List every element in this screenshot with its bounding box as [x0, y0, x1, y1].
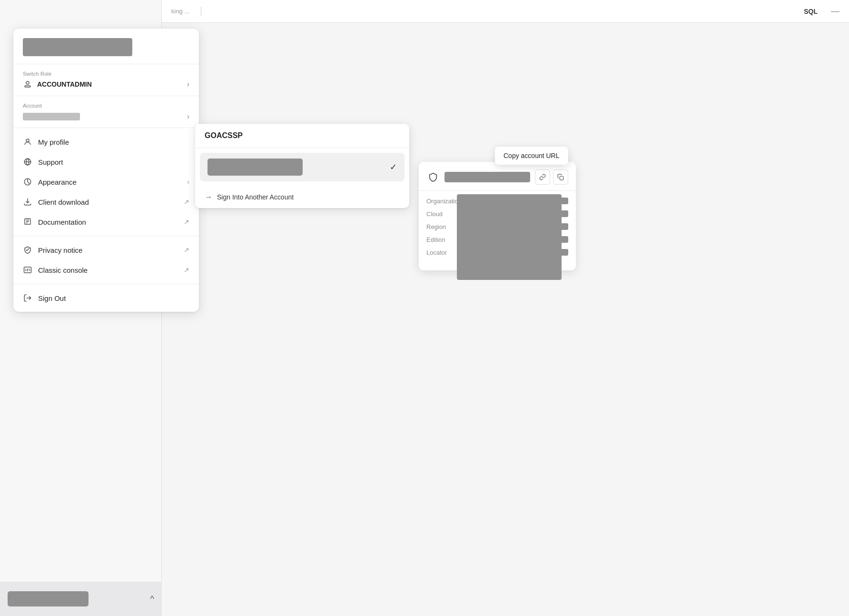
info-panel-overlay-placeholder [457, 194, 562, 280]
support-left: Support [23, 157, 63, 167]
appearance-left: Appearance [23, 177, 77, 187]
classic-console-item[interactable]: Classic console ↗ [13, 260, 199, 280]
client-download-label: Client download [38, 198, 89, 206]
download-icon [23, 197, 32, 207]
switch-role-row[interactable]: ACCOUNTADMIN › [23, 79, 189, 89]
role-name: ACCOUNTADMIN [37, 80, 92, 88]
info-panel: Organization Cloud Region Edition Locato… [419, 162, 576, 270]
privacy-notice-label: Privacy notice [38, 246, 82, 254]
bottom-bar-chevron-icon[interactable]: ^ [150, 594, 154, 604]
info-link-button[interactable] [535, 169, 550, 185]
user-profile-icon [23, 137, 32, 147]
account-chevron-icon: › [187, 112, 189, 121]
copy-url-tooltip-text: Copy account URL [503, 152, 560, 159]
privacy-icon [23, 245, 32, 255]
switch-role-section: Switch Role ACCOUNTADMIN › [13, 64, 199, 96]
my-profile-label: My profile [38, 138, 69, 146]
account-section: Account › [13, 96, 199, 128]
external-link-icon-classic: ↗ [184, 266, 189, 274]
copy-url-tooltip: Copy account URL [495, 147, 568, 165]
svg-point-2 [26, 139, 29, 142]
account-name-placeholder [23, 113, 80, 120]
account-label: Account [23, 103, 189, 109]
menu-section-3: Sign Out [13, 284, 199, 312]
switch-role-chevron-icon: › [187, 80, 189, 89]
documentation-left: Documentation [23, 217, 86, 227]
my-profile-item[interactable]: My profile [13, 132, 199, 152]
client-download-item[interactable]: Client download ↗ [13, 192, 199, 212]
external-link-icon-docs: ↗ [184, 218, 189, 226]
svg-rect-10 [560, 176, 563, 180]
account-popup: GOACSSP ✓ → Sign Into Another Account [195, 124, 409, 208]
sql-label: SQL [804, 8, 818, 15]
account-popup-title: GOACSSP [205, 131, 243, 139]
working-text: king ... [171, 8, 189, 15]
account-popup-current-item[interactable]: ✓ [200, 153, 405, 181]
info-copy-button[interactable] [553, 169, 568, 185]
documentation-label: Documentation [38, 218, 86, 226]
classic-console-icon [23, 265, 32, 275]
switch-role-left: ACCOUNTADMIN [23, 79, 92, 89]
support-icon [23, 157, 32, 167]
documentation-icon [23, 217, 32, 227]
documentation-item[interactable]: Documentation ↗ [13, 212, 199, 232]
sign-out-label: Sign Out [38, 294, 66, 302]
menu-items-section-1: My profile Support [13, 128, 199, 236]
menu-items-section-2: Privacy notice ↗ Classic console ↗ [13, 236, 199, 284]
info-panel-top [419, 169, 576, 191]
appearance-icon [23, 177, 32, 187]
sign-out-icon [23, 293, 32, 303]
info-shield-icon [426, 170, 440, 184]
sign-out-item[interactable]: Sign Out [13, 288, 199, 308]
appearance-item[interactable]: Appearance › [13, 172, 199, 192]
info-name-placeholder [444, 172, 530, 182]
classic-console-label: Classic console [38, 266, 88, 274]
external-link-icon-privacy: ↗ [184, 246, 189, 254]
external-link-icon-download: ↗ [184, 198, 189, 206]
info-actions [535, 169, 568, 185]
user-menu-dropdown: Switch Role ACCOUNTADMIN › Account › [13, 29, 199, 312]
support-item[interactable]: Support [13, 152, 199, 172]
appearance-chevron-icon: › [187, 178, 189, 186]
privacy-left: Privacy notice [23, 245, 82, 255]
sign-into-icon: → [205, 193, 212, 201]
bottom-bar-user-placeholder [8, 591, 89, 606]
switch-role-label: Switch Role [23, 71, 189, 77]
user-role-icon [23, 79, 32, 89]
my-profile-left: My profile [23, 137, 69, 147]
account-popup-item-left [207, 159, 303, 176]
bottom-bar: ^ [0, 582, 162, 616]
svg-rect-1 [25, 86, 30, 87]
svg-point-0 [26, 81, 29, 84]
account-popup-header: GOACSSP [195, 124, 409, 148]
privacy-notice-item[interactable]: Privacy notice ↗ [13, 240, 199, 260]
user-avatar-placeholder [23, 38, 132, 56]
sign-into-label: Sign Into Another Account [217, 193, 294, 201]
minimize-button[interactable]: — [831, 6, 839, 16]
check-icon: ✓ [390, 162, 397, 172]
sign-into-another-item[interactable]: → Sign Into Another Account [195, 186, 409, 208]
top-bar-divider [201, 7, 201, 16]
account-name-bar-placeholder [207, 159, 303, 176]
user-menu-header [13, 29, 199, 64]
appearance-label: Appearance [38, 178, 77, 186]
svg-line-7 [27, 248, 30, 251]
account-row[interactable]: › [23, 112, 189, 121]
support-label: Support [38, 158, 63, 166]
top-bar: king ... SQL — [162, 0, 849, 23]
client-download-left: Client download [23, 197, 89, 207]
classic-console-left: Classic console [23, 265, 88, 275]
